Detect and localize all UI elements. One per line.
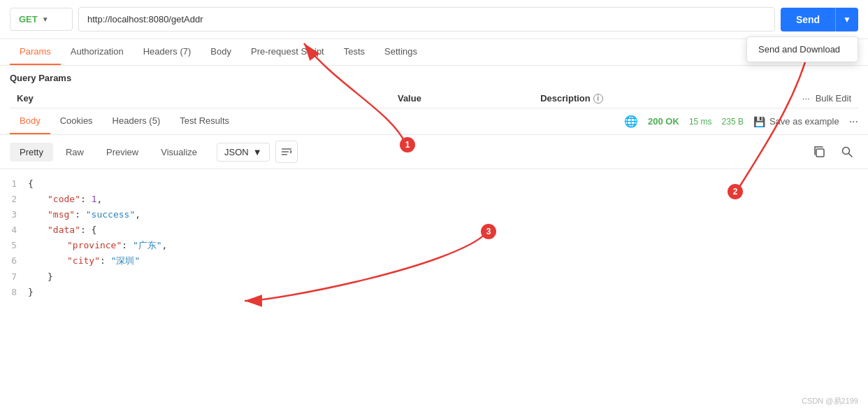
wrap-lines-icon	[281, 146, 292, 157]
search-icon	[841, 145, 853, 158]
send-button-group: Send ▼	[781, 8, 858, 31]
tab-headers[interactable]: Headers (7)	[133, 39, 201, 65]
query-params-section: Query Params Key Value Description i ···…	[0, 66, 868, 108]
resp-tab-cookies[interactable]: Cookies	[50, 108, 103, 134]
view-tab-preview[interactable]: Preview	[96, 143, 148, 162]
json-line-5: 5 "province": "广东",	[0, 238, 868, 253]
app-container: GET ▼ Send ▼ Send and Download Params Au…	[0, 0, 868, 412]
json-line-7: 7 }	[0, 269, 868, 285]
more-options-icon[interactable]: ···	[802, 93, 810, 104]
url-bar: GET ▼ Send ▼	[0, 0, 868, 39]
response-meta: 🌐 200 OK 15 ms 235 B 💾 Save as example ·…	[624, 115, 858, 128]
send-button[interactable]: Send	[781, 8, 835, 31]
view-tab-visualize[interactable]: Visualize	[151, 143, 207, 162]
method-selector[interactable]: GET ▼	[10, 8, 73, 31]
send-dropdown-button[interactable]: ▼	[835, 8, 858, 31]
copy-button[interactable]	[808, 141, 830, 163]
method-label: GET	[19, 14, 38, 24]
tab-body[interactable]: Body	[201, 39, 241, 65]
tab-tests[interactable]: Tests	[334, 39, 375, 65]
json-line-2: 2 "code": 1,	[0, 192, 868, 207]
format-selector[interactable]: JSON ▼	[217, 143, 270, 162]
col-desc-header: Description i	[540, 93, 802, 104]
json-viewer: 1 { 2 "code": 1, 3 "msg": "success", 4 "…	[0, 169, 868, 412]
resp-tab-body[interactable]: Body	[10, 108, 50, 134]
svg-rect-3	[816, 149, 824, 157]
save-as-example-button[interactable]: 💾 Save as example	[753, 116, 839, 127]
json-line-1: 1 {	[0, 176, 868, 192]
json-line-6: 6 "city": "深圳"	[0, 253, 868, 269]
globe-icon: 🌐	[624, 115, 638, 128]
save-icon: 💾	[753, 116, 765, 127]
response-time: 15 ms	[689, 117, 712, 127]
json-line-8: 8 }	[0, 285, 868, 300]
format-toolbar: Pretty Raw Preview Visualize JSON ▼	[0, 135, 868, 169]
json-line-4: 4 "data": {	[0, 222, 868, 238]
send-and-download-menu-item[interactable]: Send and Download	[747, 37, 858, 62]
info-icon: i	[593, 94, 603, 104]
tab-settings[interactable]: Settings	[375, 39, 427, 65]
svg-line-5	[849, 154, 853, 157]
search-button[interactable]	[836, 141, 858, 163]
col-value-header: Value	[279, 93, 541, 104]
response-size: 235 B	[722, 117, 744, 127]
watermark: CSDN @易2199	[802, 396, 858, 406]
method-chevron-icon: ▼	[42, 15, 49, 23]
toolbar-right-actions	[808, 141, 858, 163]
format-chevron-icon: ▼	[253, 147, 262, 157]
tab-authorization[interactable]: Authorization	[61, 39, 133, 65]
request-tabs: Params Authorization Headers (7) Body Pr…	[0, 39, 868, 66]
url-input[interactable]	[78, 7, 775, 31]
json-line-3: 3 "msg": "success",	[0, 207, 868, 222]
resp-tab-test-results[interactable]: Test Results	[170, 108, 239, 134]
view-tab-raw[interactable]: Raw	[56, 143, 94, 162]
copy-icon	[813, 145, 825, 158]
params-table-header: Key Value Description i ··· Bulk Edit	[10, 89, 858, 108]
response-status: 200 OK	[648, 116, 679, 127]
response-tabs: Body Cookies Headers (5) Test Results 🌐 …	[0, 108, 868, 135]
tab-pre-request-script[interactable]: Pre-request Script	[241, 39, 334, 65]
col-key-header: Key	[17, 93, 279, 104]
word-wrap-button[interactable]	[275, 141, 298, 163]
send-dropdown-popup: Send and Download	[746, 36, 858, 62]
tab-params[interactable]: Params	[10, 39, 61, 65]
query-params-title: Query Params	[10, 73, 858, 83]
view-tab-pretty[interactable]: Pretty	[10, 143, 53, 162]
col-actions-header: ··· Bulk Edit	[802, 93, 851, 104]
resp-tab-headers[interactable]: Headers (5)	[103, 108, 171, 134]
more-options-response-icon[interactable]: ···	[849, 115, 858, 128]
bulk-edit-button[interactable]: Bulk Edit	[816, 93, 851, 104]
